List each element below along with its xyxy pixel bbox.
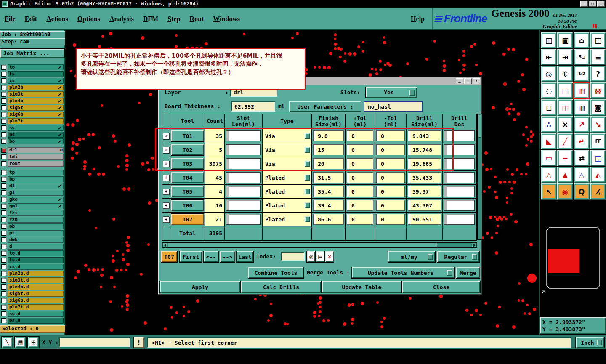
units-dropdown[interactable]: Inch xyxy=(576,337,604,348)
job-matrix-button[interactable]: Job Matrix ... xyxy=(0,49,64,58)
measure-angle-icon[interactable]: ∡ xyxy=(590,183,606,200)
layer-item-sig6b[interactable]: sig6b xyxy=(8,112,64,117)
index-input[interactable] xyxy=(281,252,305,261)
layer-item-pln7t.d[interactable]: pln7t.d xyxy=(8,304,64,310)
menu-dfm[interactable]: DFM xyxy=(138,8,163,29)
swap-arrows-icon[interactable]: ⇄ xyxy=(574,150,590,166)
layer-checkbox[interactable] xyxy=(1,210,6,215)
grid-blue-icon[interactable]: ▤ xyxy=(557,82,573,99)
dropdown-arrow-icon[interactable] xyxy=(597,340,602,345)
scrollbar-thumb[interactable] xyxy=(168,243,437,247)
vector-se-icon[interactable]: ↘ xyxy=(590,116,606,133)
layer-item-d[interactable]: d xyxy=(8,244,64,250)
import-step-icon[interactable]: ⇤ xyxy=(541,49,557,65)
layer-checkbox[interactable] xyxy=(1,311,6,316)
layer-checkbox[interactable] xyxy=(1,271,6,276)
menu-file[interactable]: File xyxy=(0,8,20,29)
line-red-icon[interactable]: ─ xyxy=(557,150,573,166)
layer-checkbox[interactable] xyxy=(1,190,6,195)
layer-item-ldi[interactable]: ldi xyxy=(8,154,64,160)
slot-input[interactable] xyxy=(226,214,261,225)
tool-button[interactable]: T07 xyxy=(171,214,204,225)
layer-item-bp[interactable]: bp xyxy=(8,176,64,182)
tool-button[interactable]: T04 xyxy=(171,172,204,183)
dropdown-arrow-icon[interactable] xyxy=(472,254,477,260)
type-dropdown-icon[interactable] xyxy=(305,216,310,222)
minus-tol-input[interactable]: 0 xyxy=(376,214,405,225)
finish-size-input[interactable]: 31.5 xyxy=(313,172,344,183)
layer-item-g1[interactable]: g1 xyxy=(8,190,64,196)
layer-checkbox[interactable] xyxy=(1,105,6,110)
draw-line-icon[interactable]: ╲ xyxy=(2,337,13,348)
layer-checkbox[interactable] xyxy=(1,170,6,175)
layer-checkbox[interactable] xyxy=(1,161,6,166)
layer-checkbox[interactable] xyxy=(1,98,6,104)
layer-item-bs[interactable]: bs xyxy=(8,132,64,138)
window-titlebar[interactable]: Graphic Editor 9.07b2 (00@HY-HYCAM-PC017… xyxy=(0,0,606,8)
layer-checkbox[interactable] xyxy=(1,305,6,310)
sheet-icon[interactable]: ▤ xyxy=(316,251,324,262)
minus-tol-input[interactable]: 0 xyxy=(376,172,405,183)
frame-icon[interactable]: ◻ xyxy=(541,99,557,116)
layer-checkbox[interactable] xyxy=(1,264,6,269)
layer-item-sig5t.d[interactable]: sig5t.d xyxy=(8,291,64,297)
layer-checkbox[interactable] xyxy=(1,291,6,296)
mirror-text-icon[interactable]: FF xyxy=(590,133,606,149)
layer-checkbox[interactable] xyxy=(1,177,6,182)
maximize-button[interactable]: □ xyxy=(589,1,596,7)
layer-checkbox[interactable] xyxy=(1,139,6,144)
layer-item-to[interactable]: to xyxy=(8,64,64,70)
display-mode-dropdown[interactable]: Regular xyxy=(437,251,479,262)
layer-item-sig3t.d[interactable]: sig3t.d xyxy=(8,277,64,283)
drill-des-input[interactable] xyxy=(444,172,475,183)
layer-checkbox[interactable] xyxy=(1,231,6,236)
layer-checkbox[interactable] xyxy=(1,318,6,323)
plus-tol-input[interactable]: 0 xyxy=(347,186,373,197)
tool-button[interactable]: T05 xyxy=(171,186,204,197)
menu-step[interactable]: Step xyxy=(163,8,185,29)
layer-checkbox[interactable] xyxy=(1,85,6,90)
overlap-frames-icon[interactable]: ◫ xyxy=(557,99,573,116)
next-button[interactable]: --> xyxy=(220,251,235,262)
board-thickness-input[interactable]: 62.992 xyxy=(231,101,275,112)
export-step-icon[interactable]: ⇥ xyxy=(557,49,573,65)
layer-checkbox[interactable] xyxy=(1,258,6,263)
layer-checkbox[interactable] xyxy=(1,125,6,130)
layer-item-pln4b.d[interactable]: pln4b.d xyxy=(8,284,64,290)
layer-item-fzt[interactable]: fzt xyxy=(8,210,64,216)
layer-checkbox[interactable] xyxy=(1,112,6,117)
layer-checkbox[interactable] xyxy=(1,154,6,159)
select-cursor-icon[interactable]: ↖ xyxy=(541,183,557,200)
layer-item-pln2b[interactable]: pln2b xyxy=(8,85,64,90)
layer-checkbox[interactable] xyxy=(1,197,6,202)
vector-ne-icon[interactable]: ↗ xyxy=(574,116,590,133)
close-button[interactable]: × xyxy=(597,1,605,7)
row-handle-icon[interactable]: + xyxy=(163,202,169,209)
drill-size-input[interactable]: 39.37 xyxy=(408,186,441,197)
menu-edit[interactable]: Edit xyxy=(20,8,42,29)
last-button[interactable]: Last xyxy=(237,251,253,262)
drill-des-input[interactable] xyxy=(444,200,475,211)
grid-tool-icon[interactable]: ▦ xyxy=(15,337,26,348)
layer-item-sig6b.d[interactable]: sig6b.d xyxy=(8,298,64,303)
slant-line-icon[interactable]: ╱ xyxy=(557,133,573,149)
layer-checkbox[interactable] xyxy=(1,204,6,209)
dropdown-arrow-icon[interactable] xyxy=(409,90,415,96)
alert-button[interactable]: ! xyxy=(134,337,144,348)
layer-item-drl[interactable]: drl⊞ xyxy=(8,147,64,153)
layer-item-pt[interactable]: pt xyxy=(8,230,64,236)
drill-size-input[interactable]: 35.433 xyxy=(408,172,441,183)
layer-checkbox[interactable] xyxy=(1,148,6,153)
layer-checkbox[interactable] xyxy=(1,65,6,70)
lasso-icon[interactable]: ◌ xyxy=(541,82,557,99)
wedge-icon[interactable]: ◣ xyxy=(541,133,557,149)
home-view-icon[interactable]: ⌂ xyxy=(574,32,590,48)
pan-view-icon[interactable]: ⇳ xyxy=(557,66,573,82)
layer-checkbox[interactable] xyxy=(1,72,6,77)
menu-analysis[interactable]: Analysis xyxy=(105,8,138,29)
first-button[interactable]: First xyxy=(180,251,202,262)
scroll-right-icon[interactable] xyxy=(472,243,477,247)
finish-size-input[interactable]: 86.6 xyxy=(313,214,344,225)
layer-item-rout[interactable]: rout xyxy=(8,161,64,167)
layer-item-sig5t[interactable]: sig5t xyxy=(8,105,64,111)
